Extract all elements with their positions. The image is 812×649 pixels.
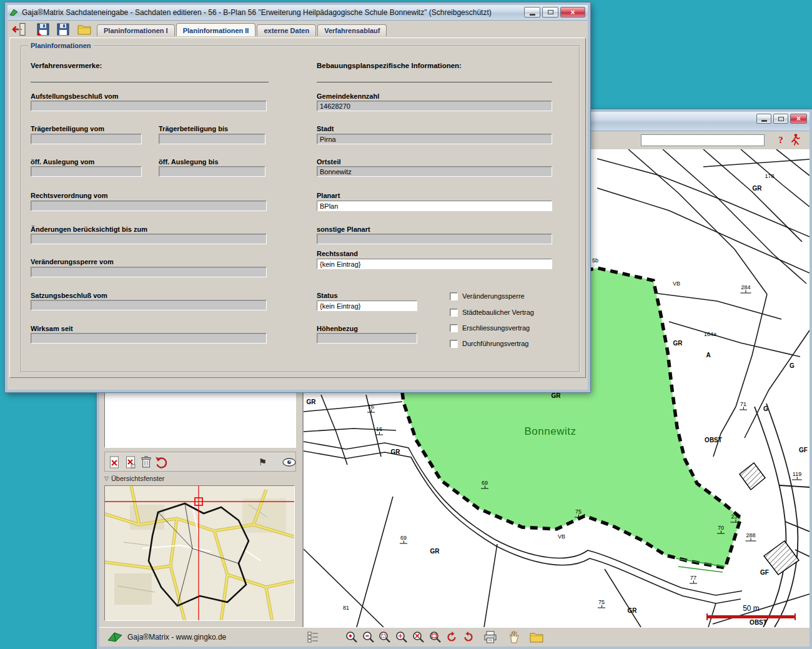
open-folder-button[interactable] [76,21,92,37]
zoom-in-button[interactable] [344,629,359,645]
traegerbeteiligung-bis-input[interactable] [159,134,265,144]
left-heading-rule [31,82,269,82]
aufstellungsbeschluss-label: Aufstellungsbeschluß vom [31,92,119,100]
staedtebaulicher-vertrag-checkbox-label: Städtebaulicher Vertrag [462,309,534,316]
statusbar-text: Gaja®Matrix - www.gingko.de [127,633,226,642]
undo-button[interactable] [154,454,169,470]
maximize-icon [778,117,784,121]
zoom-dynamic-button[interactable] [394,629,409,645]
map-tools [304,628,810,647]
legend-button[interactable] [305,629,320,645]
flag-icon: ⚑ [259,457,267,468]
visibility-button[interactable] [281,454,297,470]
status-input[interactable] [317,300,417,311]
veraenderungssperre-checkbox-label: Veränderungssperre [462,292,525,300]
erschliessungsvertrag-checkbox-label: Erschliessungsvertrag [462,324,530,332]
rotate-ccw-button[interactable] [443,629,459,645]
tab-planinformationen-1[interactable]: Planinformationen I [97,24,175,36]
dialog-content: Planinformationen Verfahrensvermerke: Au… [9,37,586,378]
gaja-logo-icon [107,630,123,645]
overview-map-image [105,486,295,621]
hoehenbezug-label: Höhenbezug [317,325,358,332]
app-icon [9,8,18,17]
satzungsbeschluss-input[interactable] [31,300,267,310]
rechtsverordnung-input[interactable] [31,201,267,211]
tab-externe-daten[interactable]: externe Daten [257,24,316,36]
save-button[interactable] [55,21,71,37]
aenderungen-input[interactable] [31,234,267,244]
overview-map[interactable] [104,485,295,621]
map-maximize-button[interactable] [773,114,788,124]
pan-hand-button[interactable] [506,629,522,645]
dialog-close-button[interactable]: × [560,7,585,17]
rotate-cw-button[interactable] [460,629,476,645]
zoom-extent-button[interactable] [427,629,443,645]
minimize-icon [530,14,535,16]
maximize-icon [548,10,553,14]
zoom-window-button[interactable] [377,629,392,645]
stadt-input[interactable] [317,134,552,144]
dialog-minimize-button[interactable] [524,7,540,17]
minimize-icon [761,120,767,122]
veraenderungssperre-vom-label: Veränderungssperre vom [31,258,114,265]
veraenderungssperre-checkbox[interactable] [450,292,458,300]
auslegung-bis-input[interactable] [159,166,265,177]
ortsteil-input[interactable] [317,166,552,177]
right-heading-rule [317,82,552,82]
durchfuehrungsvertrag-checkbox[interactable] [450,340,458,348]
wirksam-seit-input[interactable] [31,333,267,344]
sonstige-planart-input[interactable] [317,234,552,244]
dialog-maximize-button[interactable] [542,7,558,17]
collapse-triangle-icon: ▽ [104,475,109,482]
satzungsbeschluss-label: Satzungsbeschluß vom [31,292,107,299]
traegerbeteiligung-bis-label: Trägerbeteiligung bis [159,125,228,132]
aufstellungsbeschluss-input[interactable] [31,101,267,111]
tab-planinformationen-2[interactable]: Planinformationen II [176,23,256,36]
planart-input[interactable] [317,201,552,211]
dialog-titlebar[interactable]: Gaja®Matrix Sachdateneingabe - Sachdaten… [7,5,588,21]
rechtsstand-label: Rechtsstand [317,250,358,257]
search-input[interactable] [641,134,765,146]
statusbar: Gaja®Matrix - www.gingko.de [99,628,304,647]
ortsteil-label: Ortsteil [317,158,341,166]
flag-button[interactable]: ⚑ [255,454,270,470]
trash-button[interactable] [138,454,154,470]
gemeindekennzahl-input[interactable] [317,101,552,111]
hoehenbezug-input[interactable] [317,333,417,344]
zoom-selection-button[interactable] [410,629,426,645]
durchfuehrungsvertrag-checkbox-label: Durchführungsvertrag [462,340,528,347]
overview-title: Übersichtsfenster [111,475,165,482]
rechtsverordnung-label: Rechtsverordnung vom [31,192,107,199]
stadt-label: Stadt [317,125,334,132]
planart-label: Planart [317,192,340,199]
tab-bar: Planinformationen I Planinformationen II… [97,24,387,36]
bottom-strip: Gaja®Matrix - www.gingko.de [99,627,810,647]
exit-button[interactable] [11,21,27,37]
traegerbeteiligung-vom-label: Trägerbeteiligung vom [31,125,104,132]
scale-label: 50 m [706,604,796,613]
sachdaten-dialog: Gaja®Matrix Sachdateneingabe - Sachdaten… [5,2,590,392]
delete-object-button[interactable] [106,454,122,470]
traegerbeteiligung-vom-input[interactable] [31,134,142,144]
sonstige-planart-label: sonstige Planart [317,225,370,233]
wirksam-seit-label: Wirksam seit [31,325,73,332]
rechtsstand-input[interactable] [317,259,552,269]
delete-selection-button[interactable] [122,454,138,470]
aenderungen-label: Änderungen berücksichtigt bis zum [31,225,147,233]
panel-toolbar: ⚑ [104,452,296,472]
map-close-button[interactable]: × [790,114,807,124]
locate-person-icon[interactable] [789,133,803,148]
print-button[interactable] [482,629,498,645]
map-minimize-button[interactable] [756,114,771,124]
staedtebaulicher-vertrag-checkbox[interactable] [450,309,458,317]
zoom-out-button[interactable] [360,629,376,645]
open-folder-button[interactable] [528,629,544,645]
auslegung-vom-label: öff. Auslegung vom [31,158,94,166]
tab-verfahrensablauf[interactable]: Verfahrensablauf [317,24,387,36]
help-button[interactable]: ? [775,133,787,147]
save-export-button[interactable] [35,21,51,37]
erschliessungsvertrag-checkbox[interactable] [450,324,458,332]
overview-header[interactable]: ▽ Übersichtsfenster [104,475,165,482]
auslegung-vom-input[interactable] [31,166,142,177]
veraenderungssperre-vom-input[interactable] [31,267,267,277]
